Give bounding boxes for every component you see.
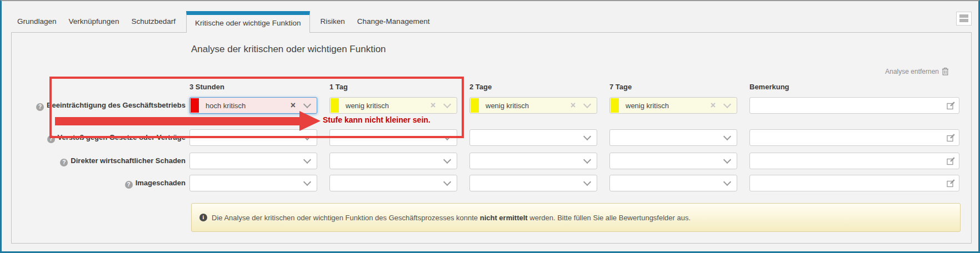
color-swatch-yellow [331, 98, 339, 113]
dropdown-value: wenig kritisch [486, 102, 571, 110]
dropdown-7-tage[interactable] [609, 129, 737, 146]
tab-kritische-oder-wichtige-funktion[interactable]: Kritische oder wichtige Funktion [186, 11, 310, 33]
dropdown-value: wenig kritisch [346, 102, 431, 110]
dropdown-3-stunden[interactable] [189, 153, 317, 169]
bemerkung-input[interactable] [753, 99, 942, 113]
column-header-bemerkung: Bemerkung [749, 83, 789, 91]
dropdown-2-tage[interactable] [469, 153, 597, 169]
question-icon[interactable]: ? [36, 103, 44, 111]
view-toggle-button[interactable] [956, 12, 972, 26]
info-message-bar: i Die Analyse der kritischen oder wichti… [191, 203, 961, 232]
analysis-panel: Analyse der kritischen oder wichtigen Fu… [11, 32, 972, 244]
dropdown-3-stunden[interactable]: hoch kritisch × [189, 97, 317, 114]
row-label-wirtschaftlicher-schaden: ?Direkter wirtschaftlicher Schaden [23, 153, 186, 169]
chevron-down-icon[interactable] [723, 178, 731, 186]
chevron-down-icon[interactable] [583, 156, 591, 164]
bemerkung-input[interactable] [753, 154, 942, 169]
chevron-down-icon[interactable] [303, 133, 311, 140]
bemerkung-field[interactable] [749, 153, 959, 169]
bemerkung-field[interactable] [749, 129, 959, 146]
question-icon[interactable]: ? [60, 159, 68, 166]
bemerkung-field[interactable] [749, 175, 959, 191]
chevron-down-icon[interactable] [583, 100, 591, 108]
chevron-down-icon[interactable] [443, 133, 451, 140]
dropdown-2-tage[interactable] [469, 129, 597, 146]
list-rows-icon [959, 14, 968, 18]
column-header-7-tage: 7 Tage [609, 83, 632, 91]
page-title: Analyse der kritischen oder wichtigen Fu… [191, 44, 386, 55]
chevron-down-icon[interactable] [583, 178, 591, 186]
dropdown-1-tag[interactable] [329, 153, 457, 169]
row-label-gesetze-vertraege: ?Verstoß gegen Gesetze oder Verträge [23, 129, 186, 146]
color-swatch-red [191, 98, 199, 113]
clear-x-icon[interactable]: × [571, 101, 576, 110]
tab-verknuepfungen[interactable]: Verknüpfungen [63, 11, 126, 33]
pencil-icon[interactable] [947, 157, 955, 165]
clear-x-icon[interactable]: × [291, 101, 296, 110]
chevron-down-icon[interactable] [303, 100, 311, 108]
list-rows-icon [959, 19, 968, 22]
color-swatch-yellow [471, 98, 479, 113]
chevron-down-icon[interactable] [443, 178, 451, 186]
pencil-icon[interactable] [947, 179, 955, 188]
dropdown-3-stunden[interactable] [189, 175, 317, 191]
color-swatch-yellow [611, 98, 619, 113]
chevron-down-icon[interactable] [723, 133, 731, 140]
dropdown-value: hoch kritisch [206, 102, 291, 110]
info-icon: i [199, 214, 207, 221]
column-header-3-stunden: 3 Stunden [189, 83, 224, 91]
dropdown-2-tage[interactable]: wenig kritisch × [469, 97, 597, 114]
validation-error: Stufe kann nicht kleiner sein. [323, 115, 431, 124]
bemerkung-input[interactable] [753, 176, 942, 191]
clear-x-icon[interactable]: × [711, 101, 716, 110]
question-icon[interactable]: ? [47, 135, 55, 143]
tab-schutzbedarf[interactable]: Schutzbedarf [125, 11, 182, 33]
dropdown-1-tag[interactable] [329, 175, 457, 191]
info-message-text: Die Analyse der kritischen oder wichtige… [212, 214, 691, 222]
column-header-1-tag: 1 Tag [329, 83, 348, 91]
chevron-down-icon[interactable] [443, 100, 451, 108]
dropdown-1-tag[interactable] [329, 129, 457, 146]
remove-analysis-label: Analyse entfernen [885, 68, 939, 75]
dropdown-7-tage[interactable] [609, 175, 737, 191]
question-icon[interactable]: ? [125, 181, 133, 189]
bemerkung-field[interactable] [749, 97, 959, 114]
chevron-down-icon[interactable] [583, 133, 591, 140]
dropdown-7-tage[interactable] [609, 153, 737, 169]
tab-grundlagen[interactable]: Grundlagen [11, 11, 63, 33]
tab-bar: Grundlagen Verknüpfungen Schutzbedarf Kr… [11, 11, 436, 33]
pencil-icon[interactable] [947, 102, 955, 110]
dropdown-3-stunden[interactable] [189, 129, 317, 146]
row-label-geschaeftsbetrieb: ?Beeinträchtigung des Geschäftsbetriebs [23, 97, 186, 114]
column-header-2-tage: 2 Tage [469, 83, 492, 91]
tab-change-management[interactable]: Change-Management [351, 11, 436, 33]
bemerkung-input[interactable] [753, 131, 942, 145]
dropdown-7-tage[interactable]: wenig kritisch × [609, 97, 737, 114]
pencil-icon[interactable] [947, 134, 955, 142]
chevron-down-icon[interactable] [303, 178, 311, 186]
clear-x-icon[interactable]: × [431, 101, 436, 110]
dropdown-2-tage[interactable] [469, 175, 597, 191]
remove-analysis-button[interactable]: Analyse entfernen [885, 67, 949, 75]
chevron-down-icon[interactable] [303, 156, 311, 164]
dropdown-value: wenig kritisch [626, 102, 711, 110]
application-window: Analyse der kritischen oder wichtigen Fu… [0, 0, 980, 253]
row-label-imageschaden: ?Imageschaden [23, 175, 186, 191]
chevron-down-icon[interactable] [723, 156, 731, 164]
dropdown-1-tag[interactable]: wenig kritisch × [329, 97, 457, 114]
chevron-down-icon[interactable] [723, 100, 731, 108]
tab-risiken[interactable]: Risiken [314, 11, 351, 33]
trash-icon [942, 67, 949, 75]
chevron-down-icon[interactable] [443, 156, 451, 164]
